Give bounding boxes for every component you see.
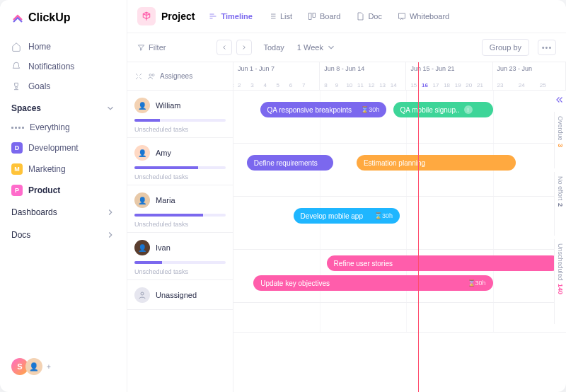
task-bar[interactable]: Estimation planning [357, 155, 516, 171]
nav-docs[interactable]: Docs [0, 224, 127, 246]
assignee-row[interactable]: Unassigned [127, 280, 233, 310]
grid-icon [11, 127, 24, 129]
view-timeline[interactable]: Timeline [203, 9, 258, 23]
view-doc[interactable]: Doc [350, 9, 388, 23]
next-button[interactable] [236, 40, 252, 55]
trophy-icon [11, 81, 21, 91]
task-title: Update key objectives [260, 279, 330, 287]
task-bar[interactable]: Define requirements [247, 155, 333, 171]
footer-avatars[interactable]: S 👤 + [0, 352, 127, 381]
task-bar[interactable]: Develop mobile app⌛30h [294, 208, 400, 224]
week-column: Jun 23 - Jun232425 [493, 62, 566, 90]
ellipsis-icon: ••• [542, 43, 553, 52]
range-select[interactable]: 1 Week [297, 42, 336, 52]
avatar[interactable]: 👤 [25, 358, 42, 375]
today-button[interactable]: Today [263, 43, 284, 52]
info-icon: ! [464, 105, 473, 114]
space-marketing[interactable]: MMarketing [0, 158, 127, 180]
view-board[interactable]: Board [302, 9, 346, 23]
task-bar[interactable]: QA responsive breakpoints⌛30h [260, 102, 387, 117]
task-title: Refine user stories [334, 260, 393, 267]
filter-button[interactable]: Filter [137, 43, 166, 52]
chevron-left-icon [221, 44, 228, 51]
filter-icon [137, 44, 145, 52]
avatar: 👤 [134, 145, 150, 161]
space-product[interactable]: PProduct [0, 180, 127, 201]
assignee-row[interactable]: 👤WilliamUnscheduled tasks [127, 91, 233, 138]
task-title: QA responsive breakpoints [267, 106, 352, 114]
task-bar[interactable]: Refine user stories [327, 255, 560, 271]
week-column: Jun 15 - Jun 2115161718192021 [406, 62, 492, 90]
whiteboard-icon [398, 12, 406, 21]
week-label: Jun 1 - Jun 7 [238, 65, 315, 72]
list-icon [268, 12, 277, 21]
week-column: Jun 8 - Jun 14891011121314 [320, 62, 406, 90]
unscheduled-label: Unscheduled tasks [134, 268, 226, 275]
nav-notifications[interactable]: Notifications [0, 57, 127, 76]
svg-point-4 [152, 74, 154, 76]
avatar: 👤 [134, 192, 150, 208]
brand-logo[interactable]: ClickUp [0, 11, 127, 37]
unscheduled-label: Unscheduled tasks [134, 126, 226, 133]
chevron-right-icon [105, 207, 115, 217]
assignee-name: Unassigned [156, 291, 197, 299]
week-column: Jun 1 - Jun 71st234567 [233, 62, 320, 90]
task-hours: ⌛30h [369, 212, 393, 219]
doc-icon [356, 12, 364, 21]
timeline-row [233, 303, 566, 333]
side-tab-unscheduled[interactable]: Unscheduled140 [554, 239, 566, 324]
assignees-header[interactable]: Assignees [127, 62, 233, 91]
project-title[interactable]: Project [137, 7, 195, 25]
nav-dashboards[interactable]: Dashboards [0, 201, 127, 224]
timeline-row: Develop mobile app⌛30h [233, 197, 566, 250]
unscheduled-label: Unscheduled tasks [134, 221, 226, 228]
assignee-row[interactable]: 👤MariaUnscheduled tasks [127, 185, 233, 233]
task-hours: ⌛30h [355, 106, 379, 113]
expand-icon [134, 72, 143, 81]
avatar: 👤 [134, 240, 150, 255]
spaces-header[interactable]: Spaces [0, 96, 127, 117]
space-badge: M [11, 163, 23, 175]
cube-icon [137, 7, 156, 25]
nav-home[interactable]: Home [0, 37, 127, 57]
timeline-row: QA responsive breakpoints⌛30hQA mobile s… [233, 91, 566, 144]
chevron-right-icon [105, 230, 115, 240]
view-list[interactable]: List [262, 9, 298, 23]
chevron-right-icon [241, 44, 248, 51]
workload-bar [134, 214, 226, 217]
side-tab-overdue[interactable]: Overdue3 [554, 112, 566, 168]
assignee-row[interactable]: 👤IvanUnscheduled tasks [127, 233, 233, 280]
assignee-row[interactable]: 👤AmyUnscheduled tasks [127, 138, 233, 185]
assignee-name: Ivan [156, 243, 171, 252]
chevron-down-icon [105, 103, 115, 113]
board-icon [308, 12, 316, 21]
task-title: Define requirements [254, 159, 318, 167]
today-indicator [418, 62, 419, 392]
side-tab-no-effort[interactable]: No effort2 [554, 172, 566, 236]
task-bar[interactable]: Update key objectives⌛30h [253, 275, 492, 291]
task-bar[interactable]: QA mobile signup..! [393, 102, 493, 117]
svg-point-3 [149, 74, 151, 76]
space-badge: D [11, 142, 23, 154]
space-badge: P [11, 185, 23, 196]
workload-bar [134, 119, 226, 122]
avatar: 👤 [134, 98, 150, 113]
avatar [134, 287, 150, 303]
home-icon [11, 42, 21, 52]
workload-bar [134, 261, 226, 264]
space-development[interactable]: DDevelopment [0, 137, 127, 158]
chevron-down-icon [326, 42, 336, 52]
timeline-row: Define requirementsEstimation planning [233, 144, 566, 197]
groupby-button[interactable]: Group by [482, 39, 529, 56]
workload-bar [134, 166, 226, 169]
week-label: Jun 23 - Jun [497, 65, 561, 72]
people-icon [147, 72, 156, 81]
nav-goals[interactable]: Goals [0, 76, 127, 96]
view-whiteboard[interactable]: Whiteboard [392, 9, 455, 23]
svg-point-5 [141, 292, 144, 295]
add-member[interactable]: + [47, 363, 51, 371]
prev-button[interactable] [216, 40, 232, 55]
more-button[interactable]: ••• [538, 40, 556, 55]
space-everything[interactable]: Everything [0, 117, 127, 137]
timeline-row: Refine user storiesUpdate key objectives… [233, 250, 566, 303]
